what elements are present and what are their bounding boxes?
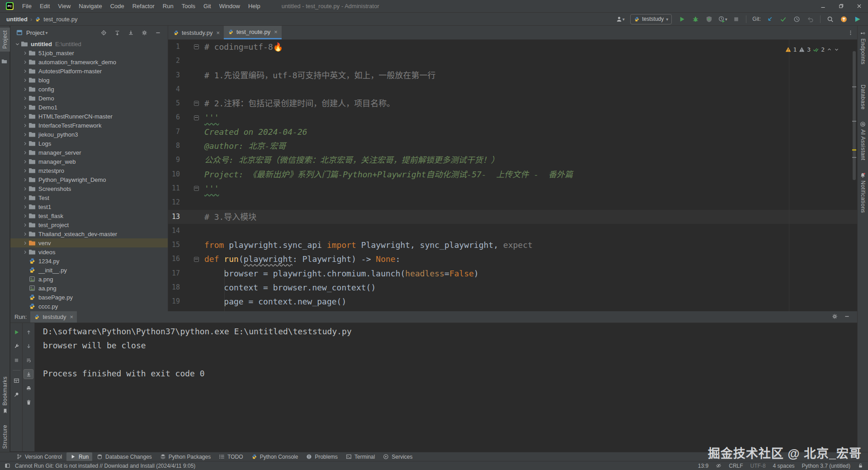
tree-item-logs[interactable]: Logs	[10, 139, 168, 148]
interpreter[interactable]: Python 3.7 (untitled)	[802, 463, 850, 469]
settings-button[interactable]	[140, 27, 149, 38]
toolwindow-button-python-console[interactable]: Python Console	[248, 452, 302, 461]
status-message[interactable]: Cannot Run Git: Git is not installed // …	[15, 463, 195, 469]
chevr-icon[interactable]	[23, 150, 28, 155]
user-dropdown-button[interactable]: ▾	[614, 14, 626, 24]
tree-item-untitled[interactable]: untitledE:\untitled	[10, 39, 168, 48]
breadcrumb-project[interactable]: untitled	[6, 16, 28, 23]
chevr-icon[interactable]	[23, 241, 28, 246]
chevr-icon[interactable]	[23, 105, 28, 110]
menu-file[interactable]: File	[18, 0, 36, 12]
line-number[interactable]: 16	[168, 252, 180, 266]
tree-item-test[interactable]: Test	[10, 193, 168, 202]
print-button[interactable]	[24, 383, 33, 393]
code-line-11[interactable]: 11'''	[168, 181, 857, 195]
toolwindow-button-database-changes[interactable]: Database Changes	[93, 452, 156, 461]
close-icon[interactable]: ×	[274, 28, 278, 35]
code-line-18[interactable]: 18 context = browser.new_context()	[168, 280, 857, 294]
code-line-6[interactable]: 6'''	[168, 110, 857, 124]
collapse-all-button[interactable]	[126, 27, 135, 38]
minimize-button[interactable]	[814, 0, 832, 12]
tree-item-thailand-xsteach-dev-master[interactable]: Thailand_xsteach_dev-master	[10, 229, 168, 238]
fold-marker-icon[interactable]	[194, 101, 199, 106]
code-line-9[interactable]: 9公众号: 北京宏哥（微信搜索：北京宏哥，关注宏哥，提前解锁更多测试干货！）	[168, 153, 857, 167]
tree-item-jiekou-python3[interactable]: jiekou_python3	[10, 130, 168, 139]
tool-tab-project[interactable]: Project	[0, 28, 10, 52]
chevd-icon[interactable]	[834, 47, 839, 52]
rerun-button[interactable]	[11, 327, 21, 337]
code-line-16[interactable]: 16def run(playwright: Playwright) -> Non…	[168, 252, 857, 266]
tree-item-test-flask[interactable]: test_flask	[10, 211, 168, 220]
tree-item-mztestpro[interactable]: mztestpro	[10, 166, 168, 175]
line-number[interactable]: 10	[168, 167, 180, 181]
fold-marker-icon[interactable]	[194, 186, 199, 191]
editor-tab-test-route-py[interactable]: test_route.py×	[224, 26, 282, 39]
chevr-icon[interactable]	[23, 51, 28, 56]
ai-assistant-button[interactable]	[851, 14, 863, 24]
menu-tools[interactable]: Tools	[178, 0, 199, 12]
restore-layout-button[interactable]	[11, 375, 21, 385]
code-line-8[interactable]: 8@author: 北京-宏哥	[168, 139, 857, 153]
tree-item-config[interactable]: config	[10, 85, 168, 94]
pin-button[interactable]	[11, 389, 21, 399]
tree-item-demo1[interactable]: Demo1	[10, 103, 168, 112]
git-commit-button[interactable]	[777, 14, 789, 24]
close-icon[interactable]: ×	[216, 29, 220, 36]
code-area[interactable]: 1# coding=utf-8🔥23# 1.先设置编码，utf-8可支持中英文，…	[168, 40, 857, 311]
code-line-7[interactable]: 7Created on 2024-04-26	[168, 125, 857, 139]
run-configuration-select[interactable]: teststudy▾	[630, 14, 672, 24]
toolwindow-button-python-packages[interactable]: Python Packages	[156, 452, 214, 461]
editor-tab-teststudy-py[interactable]: teststudy.py×	[169, 26, 224, 39]
run-tab[interactable]: teststudy ×	[30, 311, 77, 323]
chevr-icon[interactable]	[23, 114, 28, 119]
edit-configuration-button[interactable]	[11, 341, 21, 351]
toolwindow-button-todo[interactable]: TODO	[215, 452, 246, 461]
chevr-icon[interactable]	[23, 195, 28, 200]
line-number[interactable]: 17	[168, 266, 180, 280]
tree-item-demo[interactable]: Demo	[10, 94, 168, 103]
highlighting-level-icon[interactable]	[716, 463, 722, 469]
code-line-2[interactable]: 2	[168, 54, 857, 68]
fold-marker-icon[interactable]	[194, 257, 199, 262]
hide-panel-button[interactable]	[153, 27, 162, 38]
chevd-icon[interactable]	[15, 42, 20, 47]
run-settings-button[interactable]	[832, 313, 838, 321]
menu-git[interactable]: Git	[199, 0, 215, 12]
ide-update-button[interactable]	[838, 14, 850, 24]
line-number[interactable]: 5	[168, 96, 180, 110]
error-stripe-mark[interactable]	[852, 121, 856, 122]
chevr-icon[interactable]	[23, 214, 28, 218]
close-icon[interactable]: ×	[70, 313, 74, 320]
menu-refactor[interactable]: Refactor	[128, 0, 159, 12]
run-console-output[interactable]: D:\software\Python\Python37\python.exe E…	[35, 323, 857, 451]
line-number[interactable]: 7	[168, 125, 180, 139]
chevup-icon[interactable]	[827, 47, 832, 52]
folder-icon[interactable]	[1, 58, 7, 64]
inspections-widget[interactable]: 132	[785, 43, 839, 57]
line-number[interactable]: 4	[168, 82, 180, 96]
tree-item-manager-server[interactable]: manager_server	[10, 148, 168, 157]
menu-navigate[interactable]: Navigate	[75, 0, 106, 12]
tree-item-51job-master[interactable]: 51job_master	[10, 48, 168, 57]
line-number[interactable]: 3	[168, 68, 180, 82]
editor-scrollbar[interactable]	[852, 40, 856, 311]
file-encoding[interactable]: UTF-8	[750, 463, 766, 469]
prev-occurrence-button[interactable]	[24, 327, 33, 337]
project-panel-title[interactable]: Project	[26, 29, 44, 36]
chevr-icon[interactable]	[23, 78, 28, 83]
tree-item-blog[interactable]: blog	[10, 76, 168, 85]
code-line-15[interactable]: 15from playwright.sync_api import Playwr…	[168, 238, 857, 252]
tree-item-test-project[interactable]: test_project	[10, 220, 168, 229]
line-number[interactable]: 19	[168, 294, 180, 309]
tree-item-cccc-py[interactable]: cccc.py	[10, 302, 168, 311]
code-line-13[interactable]: 13# 3.导入模块	[168, 210, 857, 224]
line-separator[interactable]: CRLF	[729, 463, 743, 469]
fold-marker-icon[interactable]	[194, 115, 199, 120]
line-number[interactable]: 9	[168, 153, 180, 167]
tool-tab-ai-assistant[interactable]: AI Assistant	[860, 121, 866, 161]
code-line-12[interactable]: 12	[168, 195, 857, 209]
line-number[interactable]: 12	[168, 195, 180, 209]
tree-item-autotestplatform-master[interactable]: AutotestPlatform-master	[10, 66, 168, 76]
code-line-1[interactable]: 1# coding=utf-8🔥	[168, 40, 857, 54]
code-line-10[interactable]: 10Project: 《最新出炉》系列入门篇-Python+Playwright…	[168, 167, 857, 181]
